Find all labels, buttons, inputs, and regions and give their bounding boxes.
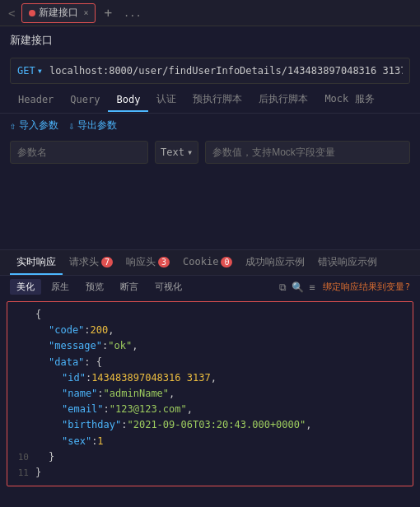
method-label: GET: [17, 65, 35, 77]
add-tab-button[interactable]: +: [97, 5, 119, 21]
arrow-up-icon: ⇧: [10, 120, 16, 132]
request-headers-badge: 7: [101, 257, 113, 267]
resp-tab-response-headers[interactable]: 响应头3: [119, 250, 176, 275]
export-params-button[interactable]: ⇩ 导出参数: [68, 119, 117, 133]
tab-pre-script[interactable]: 预执行脚本: [184, 87, 250, 113]
json-key: "message": [49, 338, 102, 354]
url-bar: GET ▾: [10, 58, 410, 84]
json-key: "id": [62, 370, 86, 386]
json-value: 1: [97, 434, 103, 449]
resp-tab-cookie[interactable]: Cookie0: [176, 250, 239, 275]
import-params-button[interactable]: ⇧ 导入参数: [10, 119, 58, 133]
json-line-11: 11 }: [14, 465, 406, 481]
line-number: 10: [14, 450, 29, 465]
json-line-3: "message" : "ok" ,: [14, 338, 406, 354]
export-label: 导出参数: [77, 119, 117, 133]
type-selector[interactable]: Text ▾: [155, 141, 198, 164]
resp-tab-request-headers[interactable]: 请求头7: [63, 250, 119, 275]
raw-btn[interactable]: 原生: [44, 279, 76, 295]
tab-body[interactable]: Body: [108, 89, 148, 112]
tab-auth[interactable]: 认证: [148, 87, 184, 113]
body-input-area: Text ▾: [10, 141, 410, 164]
import-label: 导入参数: [19, 119, 58, 133]
json-line-7: "email" : "123@123.com" ,: [14, 402, 406, 417]
json-sep: :: [84, 323, 90, 338]
json-line-5: "id" : 143483897048316 3137 ,: [14, 370, 406, 386]
json-line-6: "name" : "adminName" ,: [14, 386, 406, 402]
json-bracket: }: [35, 465, 41, 481]
beautify-btn[interactable]: 美化: [10, 279, 41, 295]
json-key: "name": [62, 386, 97, 402]
copy-icon[interactable]: ⧉: [279, 281, 287, 293]
json-line-8: "birthday" : "2021-09-06T03:20:43.000+00…: [14, 417, 406, 433]
back-button[interactable]: <: [3, 7, 20, 20]
bind-result-link[interactable]: 绑定响应结果到变量?: [323, 281, 410, 293]
response-tabs: 实时响应 请求头7 响应头3 Cookie0 成功响应示例 错误响应示例: [0, 249, 420, 276]
body-toolbar: ⇧ 导入参数 ⇩ 导出参数: [0, 114, 420, 137]
url-input[interactable]: [49, 65, 403, 77]
json-line-10: 10 }: [14, 449, 406, 465]
json-value: "2021-09-06T03:20:43.000+0000": [127, 417, 306, 433]
empty-body-space: [0, 167, 420, 249]
json-value: "123@123.com": [110, 402, 187, 417]
method-selector[interactable]: GET ▾: [17, 65, 43, 77]
json-bracket: }: [49, 449, 54, 465]
cookie-badge: 0: [221, 257, 232, 267]
nav-tabs: Header Query Body 认证 预执行脚本 后执行脚本 Mock 服务: [0, 87, 420, 114]
tab-close-icon[interactable]: ×: [83, 8, 88, 17]
visual-btn[interactable]: 可视化: [148, 279, 189, 295]
tab-label: 新建接口: [39, 6, 78, 20]
tab-post-script[interactable]: 后执行脚本: [250, 87, 316, 113]
json-value: "adminName": [104, 386, 169, 402]
resp-toolbar: 美化 原生 预览 断言 可视化 ⧉ 🔍 ≡ 绑定响应结果到变量?: [0, 276, 420, 298]
page-title: 新建接口: [0, 26, 420, 54]
active-tab[interactable]: 新建接口 ×: [21, 3, 96, 23]
json-key: "code": [49, 323, 84, 338]
preview-btn[interactable]: 预览: [79, 279, 110, 295]
format-icon[interactable]: ≡: [309, 281, 315, 293]
json-key: "email": [62, 402, 104, 417]
search-icon[interactable]: 🔍: [292, 281, 304, 293]
type-arrow-icon: ▾: [187, 147, 193, 158]
json-value: "ok": [108, 338, 132, 354]
type-label: Text: [161, 147, 184, 158]
tab-dot: [29, 10, 35, 16]
json-output: { "code" : 200 , "message" : "ok" , "dat…: [7, 301, 413, 486]
param-name-input[interactable]: [10, 141, 148, 164]
resp-tab-error-example[interactable]: 错误响应示例: [311, 250, 384, 275]
json-key: "sex": [62, 434, 91, 449]
method-arrow-icon: ▾: [37, 65, 43, 77]
assert-btn[interactable]: 断言: [114, 279, 145, 295]
json-line-1: {: [14, 307, 406, 323]
more-tabs-button[interactable]: ...: [119, 7, 147, 19]
json-key: "birthday": [62, 417, 121, 433]
tab-mock[interactable]: Mock 服务: [316, 87, 382, 113]
json-value: 143483897048316 3137: [91, 370, 211, 386]
json-bracket: {: [35, 307, 41, 323]
tab-query[interactable]: Query: [62, 89, 108, 112]
json-value: 200: [91, 323, 109, 338]
tab-bar: < 新建接口 × + ...: [0, 0, 420, 26]
resp-tab-realtime[interactable]: 实时响应: [10, 250, 63, 275]
json-key: "data": [49, 355, 84, 370]
resp-icon-group: ⧉ 🔍 ≡ 绑定响应结果到变量?: [279, 281, 410, 293]
json-line-2: "code" : 200 ,: [14, 323, 406, 338]
json-line-9: "sex" : 1: [14, 434, 406, 449]
tab-header[interactable]: Header: [10, 89, 62, 112]
line-number: 11: [14, 466, 29, 481]
json-line-4: "data" : {: [14, 355, 406, 370]
resp-tab-success-example[interactable]: 成功响应示例: [239, 250, 311, 275]
response-headers-badge: 3: [158, 257, 170, 267]
param-value-input[interactable]: [205, 141, 410, 164]
arrow-down-icon: ⇩: [68, 120, 74, 132]
